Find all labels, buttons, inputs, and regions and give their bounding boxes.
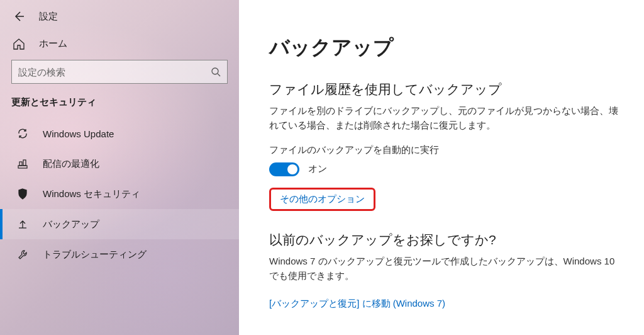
toggle-label: ファイルのバックアップを自動的に実行: [269, 144, 619, 156]
search-input[interactable]: [18, 67, 211, 77]
search-icon: [211, 67, 221, 77]
sidebar-item-troubleshoot[interactable]: トラブルシューティング: [0, 239, 239, 270]
toggle-state: オン: [308, 163, 327, 175]
more-options-highlight: その他のオプション: [269, 188, 375, 211]
sidebar-item-backup[interactable]: バックアップ: [0, 209, 239, 239]
backup-icon: [16, 218, 29, 230]
section-desc: Windows 7 のバックアップと復元ツールで作成したバックアップは、Wind…: [269, 254, 619, 283]
section-desc: ファイルを別のドライブにバックアップし、元のファイルが見つからない場合、壊れてい…: [269, 103, 619, 133]
app-title: 設定: [39, 11, 58, 23]
sidebar-item-label: Windows Update: [43, 128, 114, 139]
sidebar-home[interactable]: ホーム: [0, 31, 239, 60]
wrench-icon: [16, 248, 29, 261]
back-arrow-icon[interactable]: [13, 10, 25, 23]
sidebar-item-label: トラブルシューティング: [43, 249, 147, 261]
search-box[interactable]: [11, 60, 228, 84]
sidebar: 設定 ホーム 更新とセキュリティ Windows Update 配信の最適化 W…: [0, 0, 239, 335]
section-heading-previous-backup: 以前のバックアップをお探しですか?: [269, 231, 619, 249]
home-icon: [13, 38, 25, 50]
sidebar-item-windows-update[interactable]: Windows Update: [0, 118, 239, 149]
toggle-row: オン: [269, 162, 619, 176]
sync-icon: [16, 127, 29, 140]
svg-rect-3: [23, 160, 26, 166]
auto-backup-toggle[interactable]: [269, 162, 299, 176]
page-title: バックアップ: [269, 34, 619, 62]
section-heading-file-history: ファイル履歴を使用してバックアップ: [269, 81, 619, 98]
more-options-link[interactable]: その他のオプション: [280, 193, 365, 204]
header-row: 設定: [0, 6, 239, 31]
home-label: ホーム: [39, 38, 67, 50]
sidebar-item-label: 配信の最適化: [43, 158, 99, 170]
svg-rect-2: [19, 162, 22, 166]
sidebar-item-label: バックアップ: [43, 219, 99, 230]
shield-icon: [16, 188, 29, 200]
delivery-icon: [16, 157, 29, 170]
sidebar-item-security[interactable]: Windows セキュリティ: [0, 179, 239, 209]
sidebar-item-label: Windows セキュリティ: [43, 188, 140, 200]
svg-rect-1: [18, 166, 27, 168]
svg-point-0: [212, 68, 218, 74]
win7-backup-link[interactable]: [バックアップと復元] に移動 (Windows 7): [269, 298, 445, 310]
section-label: 更新とセキュリティ: [0, 96, 239, 118]
sidebar-item-delivery-optimization[interactable]: 配信の最適化: [0, 149, 239, 179]
main-content: バックアップ ファイル履歴を使用してバックアップ ファイルを別のドライブにバック…: [239, 0, 644, 335]
